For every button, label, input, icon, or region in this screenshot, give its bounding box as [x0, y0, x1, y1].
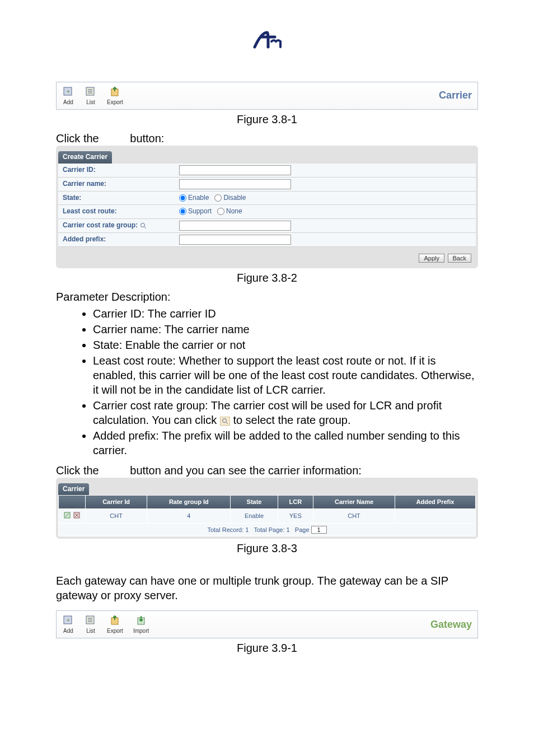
page-input[interactable] [311, 526, 327, 534]
footer-label: Total Record: [207, 526, 243, 533]
form-header: Create Carrier [58, 151, 112, 164]
figure-caption: Figure 3.9-1 [56, 641, 478, 655]
state-disable-radio[interactable] [214, 194, 222, 202]
export-button[interactable]: Export [107, 614, 123, 634]
svg-text:+: + [67, 617, 70, 623]
footer-label: Total Page: [254, 526, 284, 533]
add-icon: + [62, 86, 74, 98]
add-label: Add [63, 627, 73, 634]
add-icon: + [62, 614, 74, 627]
col-added-prefix: Added Prefix [395, 496, 476, 508]
search-icon[interactable] [140, 222, 147, 229]
cell-carrier-name: CHT [313, 508, 395, 523]
back-button[interactable]: Back [448, 254, 471, 263]
col-state: State [231, 496, 278, 508]
gateway-paragraph: Each gateway can have one or multiple tr… [56, 573, 478, 603]
carrier-id-field[interactable] [179, 165, 291, 175]
svg-line-8 [144, 227, 146, 228]
cell-added-prefix [395, 508, 476, 523]
lcr-label: Least cost route: [58, 205, 176, 218]
lcr-none-radio[interactable] [217, 208, 224, 215]
state-label: State: [58, 192, 176, 205]
export-label: Export [107, 627, 123, 634]
bullet-item: Least cost route: Whether to support the… [93, 353, 478, 397]
added-prefix-field[interactable] [179, 235, 291, 245]
carrier-name-field[interactable] [179, 179, 291, 189]
svg-text:+: + [67, 88, 70, 95]
add-button[interactable]: + Add [62, 86, 74, 106]
toolbar-title: Gateway [430, 618, 472, 631]
body-text: Click the button: [56, 131, 478, 146]
table-row: CHT 4 Enable YES CHT [59, 508, 476, 523]
logo-icon [250, 28, 284, 50]
rate-group-field[interactable] [179, 221, 291, 231]
footer-value: 1 [287, 526, 290, 533]
rate-group-label: Carrier cost rate group: [58, 219, 176, 232]
import-label: Import [133, 627, 149, 634]
param-bullets: Carrier ID: The carrier ID Carrier name:… [72, 306, 478, 458]
footer-value: 1 [245, 526, 249, 533]
footer-label: Page [295, 526, 310, 533]
figure-caption: Figure 3.8-2 [56, 270, 478, 285]
carrier-table: Carrier Id Rate group Id State LCR Carri… [58, 495, 476, 536]
text-segment: Click the [56, 132, 102, 144]
gateway-toolbar: + Add List Export Import Gateway [56, 610, 478, 638]
list-icon [85, 86, 97, 98]
carrier-list-panel: Carrier Carrier Id Rate group Id State L… [56, 478, 478, 539]
export-icon [109, 614, 121, 627]
svg-point-7 [141, 223, 145, 227]
edit-icon[interactable] [63, 511, 71, 519]
text-segment: Click the [56, 464, 102, 477]
bullet-item: Added prefix: The prefix will be added t… [93, 428, 478, 458]
list-label: List [86, 99, 95, 106]
radio-label: None [226, 207, 242, 216]
add-label: Add [63, 99, 73, 106]
text-segment: to select the rate group. [233, 414, 350, 426]
cell-carrier-id: CHT [86, 508, 147, 523]
bullet-item: Carrier name: The carrier name [93, 322, 478, 337]
bullet-item: Carrier cost rate group: The carrier cos… [93, 398, 478, 427]
cell-lcr: YES [278, 508, 313, 523]
col-actions [59, 496, 86, 508]
svg-point-9 [222, 418, 226, 422]
param-desc-heading: Parameter Description: [56, 290, 478, 304]
bullet-item: Carrier ID: The carrier ID [93, 306, 478, 321]
body-text: Click the button and you can see the car… [56, 463, 478, 478]
import-button[interactable]: Import [133, 614, 149, 634]
label-text: Carrier cost rate group: [63, 221, 138, 230]
list-button[interactable]: List [85, 614, 97, 634]
col-rate-group-id: Rate group Id [147, 496, 231, 508]
col-carrier-name: Carrier Name [313, 496, 395, 508]
text-segment: button: [127, 132, 165, 144]
col-lcr: LCR [278, 496, 313, 508]
toolbar-title: Carrier [439, 89, 472, 102]
list-icon [85, 614, 97, 627]
list-label: List [86, 627, 95, 634]
lcr-support-radio[interactable] [179, 208, 186, 215]
cell-state: Enable [231, 508, 278, 523]
radio-label: Support [188, 207, 212, 216]
figure-caption: Figure 3.8-3 [56, 541, 478, 556]
col-carrier-id: Carrier Id [86, 496, 147, 508]
state-enable-radio[interactable] [179, 194, 186, 202]
list-button[interactable]: List [85, 86, 97, 106]
table-footer: Total Record: 1 Total Page: 1 Page [59, 523, 476, 536]
create-carrier-form: Create Carrier Carrier ID: Carrier name:… [56, 146, 478, 268]
logo [56, 28, 478, 54]
import-icon [135, 614, 147, 627]
add-button[interactable]: + Add [62, 614, 74, 634]
cell-rate-group-id: 4 [147, 508, 231, 523]
svg-line-10 [226, 422, 228, 424]
carrier-toolbar: + Add List Export Carrier [56, 82, 478, 110]
bullet-item: State: Enable the carrier or not [93, 338, 478, 352]
radio-label: Enable [188, 194, 209, 203]
carrier-name-label: Carrier name: [58, 178, 176, 191]
delete-icon[interactable] [73, 511, 81, 519]
added-prefix-label: Added prefix: [58, 233, 176, 246]
export-icon [109, 86, 121, 98]
export-button[interactable]: Export [107, 86, 123, 106]
panel-header: Carrier [58, 483, 89, 496]
export-label: Export [107, 99, 123, 106]
apply-button[interactable]: Apply [419, 254, 444, 263]
search-icon[interactable] [220, 417, 230, 426]
